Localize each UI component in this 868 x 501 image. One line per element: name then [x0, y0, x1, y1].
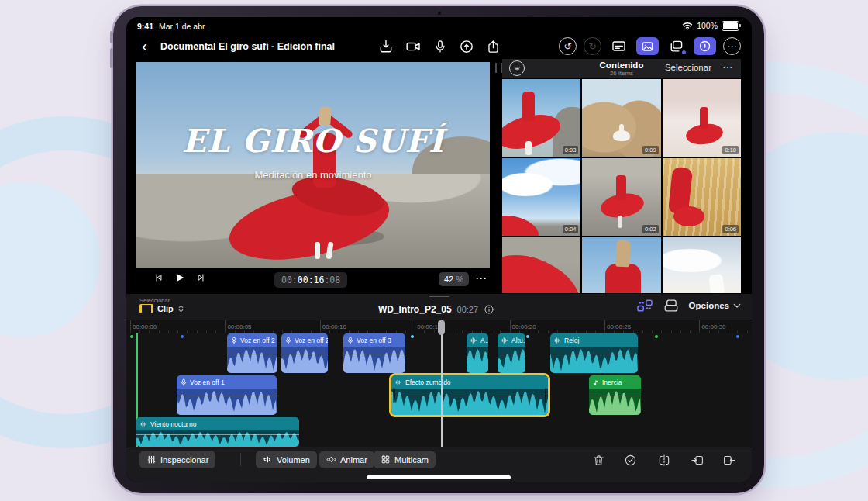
duration-badge: 0:06 — [722, 225, 739, 233]
wave-icon — [395, 379, 402, 385]
clip-name-text: Efecto zumbido — [405, 378, 451, 386]
clip-overlay-icon[interactable] — [663, 299, 679, 313]
duration-badge: 0:09 — [642, 146, 659, 154]
media-thumbnail[interactable]: 0:02 — [582, 158, 660, 236]
insert-right-button[interactable] — [720, 451, 739, 469]
timeline-clip[interactable]: Voz en off 1 — [177, 375, 277, 415]
pointer-record-button[interactable] — [459, 39, 474, 54]
viewer-title-overlay: EL GIRO SUFÍ — [136, 123, 490, 160]
duration-badge: 0:02 — [642, 225, 659, 233]
footer-divider — [240, 453, 241, 466]
media-thumbnail[interactable]: 0:03 — [502, 79, 580, 157]
media-thumbnail[interactable] — [663, 237, 741, 293]
media-thumbnail[interactable]: 0:04 — [502, 158, 580, 236]
back-button[interactable]: ‹ — [142, 36, 147, 56]
next-frame-button[interactable] — [195, 272, 206, 283]
clip-name-text: Voz en off 2 — [240, 337, 275, 344]
delete-button[interactable] — [589, 451, 608, 469]
select-button[interactable]: Seleccionar — [665, 63, 711, 72]
timeline-clip[interactable]: Voz en off 3 — [343, 333, 405, 373]
media-thumbnail[interactable] — [502, 237, 580, 293]
multicam-button[interactable]: Multicam — [374, 451, 436, 468]
volume-down-button — [110, 48, 113, 68]
volume-up-button — [110, 31, 113, 43]
options-button[interactable]: Opciones — [689, 301, 741, 310]
wifi-icon — [682, 22, 693, 30]
ruler-label: 00:00:05 — [227, 323, 251, 330]
viewer-subtitle-overlay: Meditación en movimiento — [136, 169, 490, 181]
ruler-label: 00:00:30 — [701, 323, 725, 330]
inspect-button[interactable]: Inspeccionar — [140, 451, 215, 468]
clip-range-icon — [140, 304, 153, 313]
status-time: 9:41 — [137, 22, 153, 31]
browser-header: Contenido 26 items Seleccionar ⋯ — [502, 59, 741, 78]
check-button[interactable] — [621, 451, 639, 469]
timeline-clip-duration: 00:27 — [457, 305, 479, 314]
insert-left-button[interactable] — [688, 451, 707, 469]
app-screen: 9:41Mar 1 de abr 100% ‹ Documental El gi… — [126, 17, 752, 482]
panel-drag-handle[interactable] — [495, 63, 502, 73]
split-clip-button[interactable] — [655, 451, 673, 469]
timeline-clip[interactable]: Altu… — [498, 333, 525, 373]
zoom-level-badge[interactable]: 42% — [439, 272, 469, 286]
decor — [616, 175, 626, 200]
clip-name-text: Voz en off 1 — [190, 378, 225, 386]
clip-tool-selector[interactable]: Clip — [140, 304, 184, 313]
mic-icon — [347, 337, 353, 344]
clip-waveform — [467, 347, 488, 373]
camera-button[interactable] — [405, 39, 422, 54]
home-indicator[interactable] — [367, 475, 511, 479]
timeline-clip[interactable]: A… — [467, 333, 488, 373]
keyframe-dot — [655, 335, 658, 338]
timeline-clip[interactable]: Efecto zumbido — [391, 375, 548, 415]
clip-label: Inercia — [589, 375, 641, 389]
timeline-clip[interactable]: Voz en off 2 — [281, 333, 328, 373]
transport-bar: 00:00:16:08 42% ⋯ — [136, 268, 490, 293]
animate-button[interactable]: Animar — [319, 451, 374, 468]
media-thumbnail[interactable]: 0:10 — [663, 79, 741, 157]
clip-label: Reloj — [550, 333, 638, 347]
duration-badge: 0:10 — [722, 146, 739, 154]
more-toolbar-button[interactable]: ⋯ — [723, 37, 741, 55]
play-button[interactable] — [174, 271, 186, 284]
viewer: EL GIRO SUFÍ Meditación en movimiento — [136, 62, 490, 268]
timeline-clip[interactable]: Viento nocturno — [136, 417, 299, 447]
app-toolbar: ‹ Documental El giro sufí - Edición fina… — [126, 34, 752, 62]
redo-button[interactable]: ↻ — [584, 37, 601, 55]
clip-label: Efecto zumbido — [391, 375, 548, 389]
media-thumbnail[interactable]: 0:09 — [582, 79, 660, 157]
previous-frame-button[interactable] — [153, 272, 164, 283]
viewer-more-button[interactable]: ⋯ — [475, 271, 487, 285]
decor — [615, 240, 631, 268]
decor — [605, 264, 641, 293]
media-thumbnail[interactable] — [582, 237, 660, 293]
effects-button[interactable] — [666, 37, 687, 55]
clip-label: Voz en off 3 — [343, 333, 405, 347]
import-button[interactable] — [378, 39, 394, 54]
timeline-clip[interactable]: Voz en off 2 — [227, 333, 277, 373]
keyframe-dot — [411, 335, 414, 338]
playhead-handle[interactable] — [438, 320, 445, 335]
connect-clips-icon[interactable] — [636, 299, 653, 313]
microphone-button[interactable] — [433, 39, 447, 54]
wave-icon — [470, 337, 477, 344]
volume-button[interactable]: Volumen — [256, 451, 317, 468]
timeline-clip[interactable]: Inercia — [589, 375, 641, 415]
media-thumbnail[interactable]: 0:06 — [663, 158, 741, 236]
clip-waveform — [391, 389, 548, 415]
media-browser-button[interactable] — [636, 37, 659, 55]
titles-button[interactable] — [608, 37, 629, 55]
ruler-label: 00:00:20 — [512, 323, 536, 330]
timeline-clip[interactable]: Reloj — [550, 333, 638, 373]
front-camera — [437, 11, 442, 16]
battery-icon — [722, 21, 739, 31]
undo-button[interactable]: ↺ — [559, 37, 577, 55]
project-title: Documental El giro sufí - Edición final — [160, 41, 335, 52]
media-grid: 0:03 0:09 0:10 0:04 — [502, 79, 741, 293]
clip-name-text: Voz en off 2 — [294, 337, 328, 344]
browser-more-button[interactable]: ⋯ — [722, 60, 733, 73]
info-icon[interactable] — [484, 304, 494, 315]
media-browser: Contenido 26 items Seleccionar ⋯ 0:03 0:… — [502, 59, 741, 293]
share-button[interactable] — [486, 39, 501, 54]
jog-dial-button[interactable] — [694, 37, 716, 55]
